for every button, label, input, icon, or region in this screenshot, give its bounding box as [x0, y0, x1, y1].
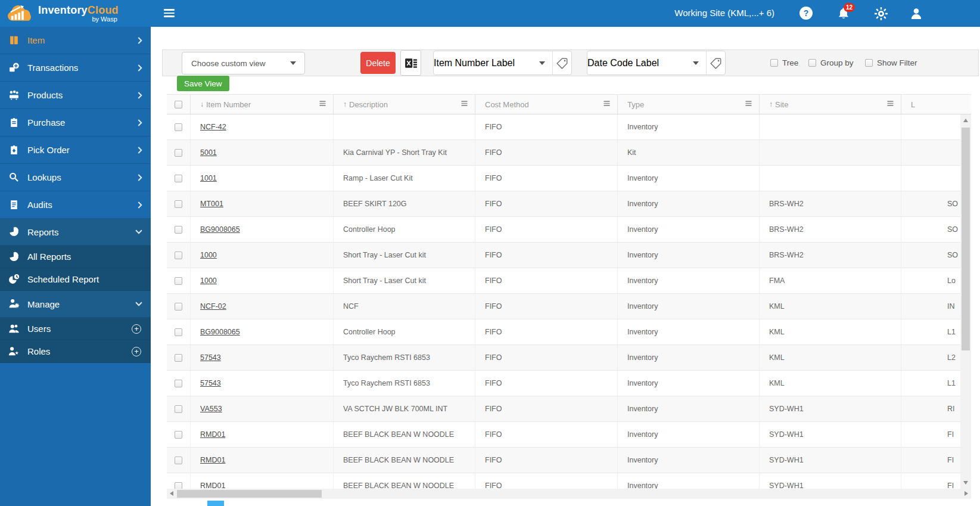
column-menu-icon[interactable] — [744, 99, 753, 110]
item-number-link[interactable]: NCF-02 — [200, 302, 226, 311]
sidebar-item-reports[interactable]: Reports — [0, 219, 151, 246]
pagination-page-1-button[interactable] — [207, 501, 224, 506]
item-number-link[interactable]: 57543 — [200, 353, 221, 362]
sidebar-item-scheduled-report[interactable]: Scheduled Report — [0, 268, 151, 291]
row-checkbox[interactable] — [175, 200, 182, 208]
select-all-checkbox[interactable] — [175, 101, 182, 108]
cell-type: Inventory — [618, 448, 760, 473]
group-by-checkbox[interactable] — [808, 59, 816, 67]
sidebar-item-all-reports[interactable]: All Reports — [0, 246, 151, 268]
item-number-link[interactable]: RMD01 — [200, 430, 225, 439]
sidebar-item-purchase[interactable]: Purchase — [0, 109, 151, 136]
help-icon[interactable]: ? — [799, 7, 813, 20]
item-icon — [8, 35, 21, 46]
cell-site: KML — [760, 319, 901, 344]
scroll-up-arrow-icon[interactable] — [963, 119, 968, 122]
menu-toggle-icon[interactable] — [164, 9, 175, 17]
add-icon[interactable]: + — [132, 324, 141, 334]
vertical-scrollbar[interactable] — [960, 114, 971, 489]
item-number-link[interactable]: BG9008065 — [200, 328, 240, 336]
column-menu-icon[interactable] — [886, 99, 895, 110]
table-body: NCF-42FIFOInventory5001Kia Carnival YP -… — [167, 114, 960, 489]
add-icon[interactable]: + — [132, 347, 141, 356]
row-checkbox[interactable] — [175, 354, 182, 362]
column-header-type[interactable]: Type — [618, 95, 760, 114]
tree-checkbox[interactable] — [770, 59, 778, 67]
print-item-label-button[interactable] — [553, 51, 571, 74]
users-icon — [8, 323, 21, 335]
column-menu-icon[interactable] — [318, 99, 327, 110]
item-number-link[interactable]: VA553 — [200, 405, 222, 413]
sidebar-item-roles[interactable]: Roles+ — [0, 340, 151, 363]
settings-gear-icon[interactable] — [874, 7, 888, 21]
sidebar-item-audits[interactable]: Audits — [0, 191, 151, 219]
row-checkbox[interactable] — [175, 277, 182, 285]
group-by-checkbox-option[interactable]: Group by — [808, 58, 854, 67]
column-header-cost-method[interactable]: Cost Method — [475, 95, 618, 114]
item-number-link[interactable]: 1001 — [200, 174, 217, 182]
item-number-link[interactable]: RMD01 — [200, 482, 225, 489]
cell-cost-method: FIFO — [475, 191, 618, 216]
column-header-site[interactable]: ↑Site — [760, 95, 901, 114]
export-excel-button[interactable] — [400, 50, 421, 76]
custom-view-select[interactable]: Choose custom view — [182, 52, 305, 74]
row-checkbox[interactable] — [175, 226, 182, 234]
item-number-link[interactable]: 57543 — [200, 379, 221, 387]
chevron-right-icon — [135, 174, 142, 181]
print-date-label-button[interactable] — [707, 51, 725, 74]
item-number-link[interactable]: 1000 — [200, 277, 217, 285]
sidebar-item-lookups[interactable]: Lookups — [0, 164, 151, 191]
sidebar-item-item[interactable]: Item — [0, 27, 151, 54]
table-row: 5001Kia Carnival YP - Short Tray KitFIFO… — [167, 140, 960, 166]
show-filter-checkbox-option[interactable]: Show Filter — [865, 58, 917, 67]
row-checkbox[interactable] — [175, 123, 182, 131]
horizontal-scrollbar-thumb[interactable] — [177, 490, 322, 498]
row-checkbox[interactable] — [175, 149, 182, 157]
row-checkbox[interactable] — [175, 457, 182, 464]
item-number-link[interactable]: 1000 — [200, 251, 217, 259]
scroll-left-arrow-icon[interactable] — [170, 491, 173, 496]
sidebar-item-manage[interactable]: Manage — [0, 291, 151, 318]
save-view-button[interactable]: Save View — [177, 76, 229, 91]
column-menu-icon[interactable] — [602, 99, 611, 110]
user-account-icon[interactable] — [909, 7, 923, 21]
item-number-link[interactable]: NCF-42 — [200, 123, 226, 131]
sidebar-item-users[interactable]: Users+ — [0, 318, 151, 340]
vertical-scrollbar-thumb[interactable] — [962, 128, 970, 350]
table-row: 1000Short Tray - Laser Cut kitFIFOInvent… — [167, 243, 960, 268]
scroll-down-arrow-icon[interactable] — [963, 481, 968, 485]
sidebar-item-transactions[interactable]: Transactions — [0, 54, 151, 82]
app-window: InventoryCloud by Wasp Working Site (KML… — [0, 0, 980, 506]
cell-item-number: RMD01 — [191, 473, 334, 489]
row-checkbox[interactable] — [175, 175, 182, 182]
item-number-link[interactable]: MT001 — [200, 200, 223, 208]
row-checkbox[interactable] — [175, 328, 182, 336]
chevron-right-icon — [135, 64, 142, 71]
row-checkbox[interactable] — [175, 431, 182, 439]
column-header-item-number[interactable]: ↓Item Number — [191, 95, 334, 114]
column-menu-icon[interactable] — [460, 99, 469, 110]
date-code-label-select[interactable]: Date Code Label — [587, 51, 707, 74]
delete-button[interactable]: Delete — [360, 52, 396, 74]
row-checkbox[interactable] — [175, 380, 182, 387]
item-number-link[interactable]: RMD01 — [200, 456, 225, 464]
row-checkbox[interactable] — [175, 405, 182, 413]
tree-checkbox-option[interactable]: Tree — [770, 58, 798, 67]
row-checkbox[interactable] — [175, 252, 182, 259]
column-header-l[interactable]: L — [901, 95, 971, 114]
column-header-description[interactable]: ↑Description — [334, 95, 475, 114]
item-number-link[interactable]: 5001 — [200, 148, 217, 157]
item-number-link[interactable]: BG9008065 — [200, 225, 240, 234]
scroll-right-arrow-icon[interactable] — [965, 491, 968, 496]
horizontal-scrollbar[interactable] — [167, 489, 971, 499]
working-site-label[interactable]: Working Site (KML,...+ 6) — [674, 8, 774, 18]
row-checkbox[interactable] — [175, 482, 182, 489]
show-filter-checkbox[interactable] — [865, 59, 873, 67]
table-row: RMD01BEEF BLACK BEAN W NOODLEFIFOInvento… — [167, 448, 960, 473]
cell-item-number: MT001 — [191, 191, 334, 216]
cell-location: L2 — [901, 345, 960, 370]
sidebar-item-products[interactable]: Products — [0, 82, 151, 109]
row-checkbox[interactable] — [175, 303, 182, 311]
item-number-label-select[interactable]: Item Number Label — [434, 51, 553, 74]
sidebar-item-pick-order[interactable]: Pick Order — [0, 136, 151, 164]
